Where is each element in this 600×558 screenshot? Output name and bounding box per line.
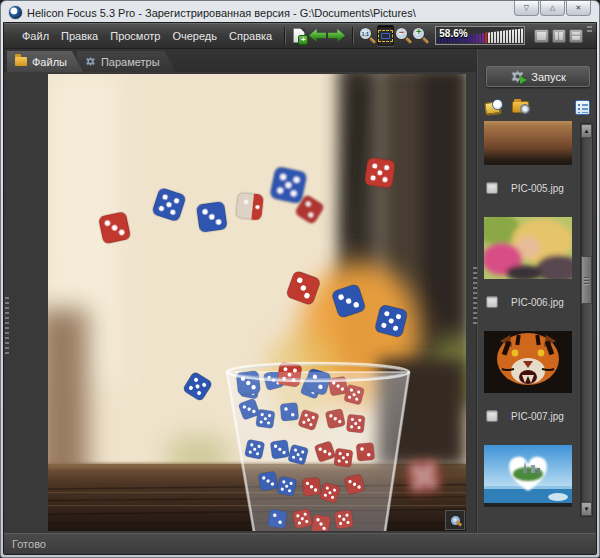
app-body: Файл Правка Просмотр Очередь Справка 1:1…: [3, 22, 597, 555]
file-name-3: PIC-007.jpg: [511, 411, 564, 422]
next-arrow-icon: [328, 29, 345, 42]
layout-split-horizontal-icon: [572, 36, 580, 40]
scrollbar-thumb[interactable]: [581, 256, 592, 304]
zoom-navigator-button[interactable]: [445, 510, 465, 530]
layout-split-vertical-icon: [559, 32, 563, 40]
file-name-2: PIC-006.jpg: [511, 297, 564, 308]
run-button[interactable]: Запуск: [486, 66, 590, 87]
zoom-out-icon: −: [396, 28, 411, 43]
app-window: Helicon Focus 5.3 Pro - Зарегистрированн…: [0, 0, 600, 558]
left-splitter-handle[interactable]: [5, 297, 9, 357]
menu-edit[interactable]: Правка: [55, 27, 104, 45]
folder-icon: [15, 57, 27, 66]
toolbar: Файл Правка Просмотр Очередь Справка 1:1…: [4, 23, 596, 49]
file-checkbox-3[interactable]: [486, 410, 498, 422]
toolbar-overflow-handle[interactable]: [587, 26, 592, 40]
open-folder-icon[interactable]: [512, 101, 529, 113]
zoom-actual-icon: 1:1: [360, 28, 375, 43]
menu-file[interactable]: Файл: [16, 27, 55, 45]
sidebar: Запуск PIC-005.jpg: [477, 49, 596, 533]
thumbnail-4[interactable]: [484, 445, 572, 507]
thumbnail-3[interactable]: [484, 331, 572, 393]
zoom-in-icon: +: [413, 28, 428, 43]
heart-cloud-thumb: [484, 445, 572, 503]
viewer-pane: Файлы Параметры: [4, 49, 477, 533]
girl-portrait-thumb: [484, 217, 572, 279]
status-text: Готово: [12, 538, 46, 550]
sidebar-toolbar: [485, 97, 590, 117]
file-checkbox-2[interactable]: [486, 296, 498, 308]
maximize-button[interactable]: △: [540, 1, 565, 16]
menu-help[interactable]: Справка: [223, 27, 278, 45]
next-image-button[interactable]: [328, 25, 345, 46]
thumbnail-1[interactable]: [484, 121, 572, 165]
tab-parameters-label: Параметры: [101, 56, 160, 68]
scroll-down-button[interactable]: ▼: [581, 502, 592, 516]
layout-single-icon: [537, 32, 545, 40]
scroll-up-button[interactable]: ▲: [581, 124, 592, 138]
maximize-icon: △: [550, 4, 555, 12]
fit-screen-button[interactable]: [377, 25, 394, 46]
close-button[interactable]: ✕: [566, 1, 591, 16]
file-row-3: PIC-007.jpg: [486, 409, 577, 423]
minimize-button[interactable]: ▽: [514, 1, 539, 16]
main-content: Файлы Параметры: [4, 49, 596, 533]
sidebar-splitter-handle[interactable]: [473, 267, 477, 327]
layout-split-horizontal-button[interactable]: [569, 29, 583, 43]
menu-queue[interactable]: Очередь: [166, 27, 223, 45]
tab-files-label: Файлы: [32, 56, 67, 68]
scroll-up-icon: ▲: [584, 128, 590, 134]
prev-arrow-icon: [309, 29, 326, 42]
preview-photo: [48, 74, 466, 531]
layout-split-vertical-button[interactable]: [552, 29, 566, 43]
window-controls: ▽ △ ✕: [513, 1, 591, 16]
window-title: Helicon Focus 5.3 Pro - Зарегистрированн…: [27, 7, 416, 19]
file-row-1: PIC-005.jpg: [486, 181, 577, 195]
new-project-button[interactable]: [292, 25, 307, 46]
tiger-face-thumb: [484, 331, 572, 393]
gear-icon: [85, 56, 96, 67]
new-project-icon: [293, 28, 305, 43]
file-checkbox-1[interactable]: [486, 182, 498, 194]
minimize-icon: ▽: [524, 4, 529, 12]
toolbar-separator: [284, 27, 285, 44]
scroll-down-icon: ▼: [584, 506, 590, 512]
prev-image-button[interactable]: [309, 25, 326, 46]
toolbar-separator: [352, 27, 353, 44]
zoom-out-button[interactable]: −: [396, 25, 411, 46]
image-canvas: [4, 72, 477, 533]
gear-play-icon: [510, 69, 525, 84]
file-list: PIC-005.jpg: [484, 121, 593, 517]
recent-files-icon[interactable]: [485, 99, 504, 115]
zoom-level-value: 58.6%: [439, 28, 467, 39]
tab-parameters[interactable]: Параметры: [77, 51, 176, 72]
tab-bar: Файлы Параметры: [4, 49, 477, 72]
layout-single-button[interactable]: [534, 29, 548, 43]
zoom-in-button[interactable]: +: [413, 25, 428, 46]
magnifier-icon: [451, 516, 460, 525]
tab-files[interactable]: Файлы: [7, 51, 83, 72]
file-list-scrollbar[interactable]: ▲ ▼: [580, 123, 593, 517]
thumbnail-2[interactable]: [484, 217, 572, 279]
zoom-actual-button[interactable]: 1:1: [360, 25, 375, 46]
menu-view[interactable]: Просмотр: [104, 27, 166, 45]
fit-screen-icon: [378, 30, 393, 42]
zoom-level-gauge[interactable]: 58.6%: [435, 26, 525, 45]
file-name-1: PIC-005.jpg: [511, 183, 564, 194]
dice-photo: [48, 74, 466, 531]
wood-log-thumb: [484, 121, 572, 165]
status-bar: Готово: [4, 533, 596, 554]
scrollbar-track[interactable]: [581, 138, 592, 502]
menu-bar: Файл Правка Просмотр Очередь Справка: [4, 27, 278, 45]
file-row-2: PIC-006.jpg: [486, 295, 577, 309]
file-list-view-icon[interactable]: [575, 100, 590, 115]
helicon-logo-icon: [9, 6, 22, 19]
close-icon: ✕: [576, 4, 582, 12]
title-bar[interactable]: Helicon Focus 5.3 Pro - Зарегистрированн…: [3, 3, 597, 22]
run-button-label: Запуск: [531, 71, 565, 83]
